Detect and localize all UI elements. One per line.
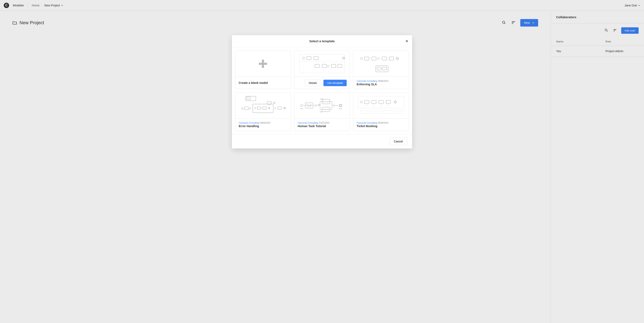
- use-template-button[interactable]: Use template: [324, 80, 347, 86]
- svg-point-33: [242, 108, 243, 109]
- svg-rect-30: [383, 67, 387, 70]
- template-grid: Create a blank model: [232, 47, 412, 134]
- svg-rect-17: [315, 64, 319, 67]
- template-card-error-handling[interactable]: Camunda Consulting 28/06/2022 Error Hand…: [235, 92, 291, 131]
- svg-rect-28: [376, 66, 388, 72]
- template-card-absence-request[interactable]: Details Use template: [294, 50, 350, 89]
- template-date: 28/06/2022: [260, 122, 270, 124]
- svg-rect-31: [246, 96, 256, 101]
- svg-rect-12: [300, 54, 344, 73]
- plus-icon: [236, 51, 291, 77]
- svg-text:Hungry: Hungry: [300, 108, 303, 109]
- svg-rect-75: [394, 111, 404, 113]
- svg-text:Decide what's: Decide what's: [306, 105, 312, 106]
- template-title: Human Task Tutorial: [298, 124, 346, 128]
- svg-rect-11: [259, 63, 267, 65]
- svg-rect-42: [267, 101, 271, 104]
- svg-rect-24: [372, 57, 376, 60]
- svg-text:Meal?: Meal?: [318, 104, 321, 105]
- template-thumbnail: [353, 51, 408, 77]
- svg-text:Prepare salad: Prepare salad: [322, 109, 329, 110]
- svg-text:for dinner: for dinner: [307, 106, 311, 107]
- template-author: Camunda Consulting: [239, 122, 259, 124]
- template-date: 28/06/2022: [378, 122, 388, 124]
- template-title: Create a blank model: [239, 81, 288, 84]
- template-thumbnail: Hungry Decide what's for dinner Meal? Pr…: [294, 92, 350, 119]
- template-thumbnail: [294, 51, 350, 77]
- modal-header: Select a template ✕: [232, 35, 412, 47]
- svg-rect-61: [358, 96, 404, 108]
- template-meta: Camunda Consulting 21/07/2022: [298, 122, 346, 124]
- svg-rect-37: [257, 107, 261, 109]
- svg-text:Salad: Salad: [320, 111, 322, 112]
- svg-point-14: [302, 57, 304, 59]
- template-author: Camunda Consulting: [356, 80, 377, 82]
- svg-rect-65: [379, 100, 384, 104]
- template-meta: Camunda Consulting 28/06/2022: [356, 80, 405, 82]
- template-title: Enforcing SLA: [356, 83, 405, 86]
- svg-point-56: [339, 104, 342, 107]
- svg-rect-18: [322, 64, 326, 67]
- svg-point-22: [360, 57, 362, 60]
- svg-rect-16: [314, 56, 318, 60]
- svg-rect-66: [386, 100, 390, 104]
- template-title: Error Handling: [239, 124, 288, 128]
- svg-rect-74: [383, 111, 392, 113]
- template-card-human-task-tutorial[interactable]: Hungry Decide what's for dinner Meal? Pr…: [294, 92, 350, 131]
- template-thumbnail: [236, 92, 291, 119]
- modal-footer: Cancel: [232, 134, 412, 148]
- svg-rect-73: [372, 111, 381, 113]
- svg-rect-63: [364, 100, 369, 104]
- template-modal: Select a template ✕ Create a blank model: [232, 35, 412, 148]
- svg-point-39: [268, 107, 270, 109]
- svg-rect-25: [382, 57, 387, 60]
- svg-rect-26: [389, 57, 394, 60]
- svg-text:Chicken: Chicken: [320, 99, 324, 100]
- template-date: 21/07/2022: [319, 122, 330, 124]
- svg-point-44: [300, 104, 303, 107]
- template-author: Camunda Consulting: [356, 122, 377, 124]
- svg-point-21: [342, 57, 344, 59]
- svg-rect-29: [377, 67, 382, 70]
- svg-point-41: [284, 107, 285, 109]
- svg-point-27: [396, 57, 398, 60]
- svg-rect-40: [278, 107, 282, 109]
- svg-rect-34: [244, 107, 249, 110]
- details-button[interactable]: Details: [305, 80, 321, 86]
- cancel-button[interactable]: Cancel: [389, 138, 407, 145]
- svg-rect-19: [331, 64, 336, 67]
- svg-rect-32: [246, 97, 250, 100]
- modal-close-button[interactable]: ✕: [405, 39, 408, 43]
- template-title: Ticket Booking: [356, 124, 405, 128]
- svg-rect-38: [262, 107, 266, 109]
- template-card-enforcing-sla[interactable]: Camunda Consulting 28/06/2022 Enforcing …: [353, 50, 409, 89]
- close-icon: ✕: [405, 39, 408, 43]
- svg-rect-72: [360, 111, 370, 113]
- svg-rect-20: [337, 64, 342, 67]
- template-thumbnail: [353, 92, 408, 119]
- template-card-blank[interactable]: Create a blank model: [235, 50, 291, 89]
- svg-text:Happy: Happy: [339, 108, 342, 109]
- svg-point-62: [360, 101, 362, 103]
- svg-text:Prepare chicken: Prepare chicken: [322, 101, 330, 102]
- template-author: Camunda Consulting: [298, 122, 318, 124]
- modal-title: Select a template: [309, 39, 335, 43]
- template-date: 28/06/2022: [378, 80, 388, 82]
- svg-rect-15: [307, 56, 311, 60]
- template-card-ticket-booking[interactable]: Camunda Consulting 28/06/2022 Ticket Boo…: [353, 92, 409, 131]
- svg-rect-64: [372, 100, 376, 104]
- svg-point-67: [394, 101, 396, 103]
- svg-point-43: [274, 102, 275, 104]
- svg-rect-23: [364, 57, 369, 60]
- svg-point-36: [255, 107, 256, 109]
- modal-overlay: Select a template ✕ Create a blank model: [0, 0, 644, 323]
- template-meta: Camunda Consulting 28/06/2022: [356, 122, 405, 124]
- template-meta: Camunda Consulting 28/06/2022: [239, 122, 288, 124]
